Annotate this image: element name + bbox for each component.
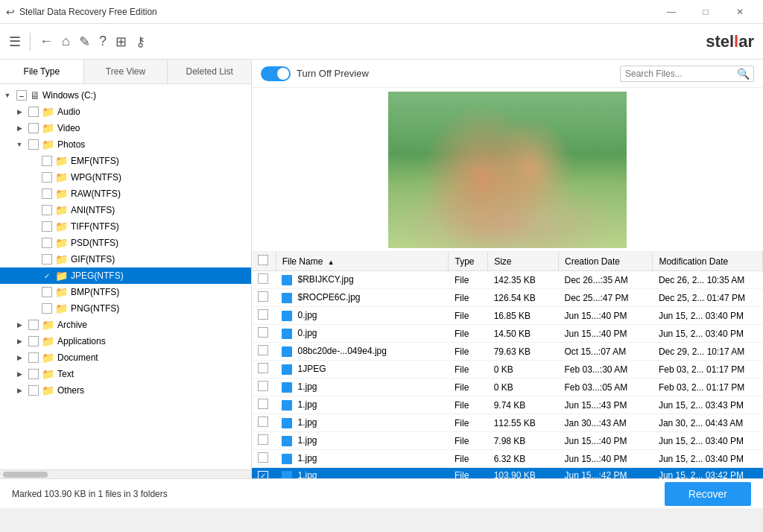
row-checkbox-cell[interactable] bbox=[252, 432, 276, 450]
search-input[interactable] bbox=[625, 69, 737, 79]
checkbox-audio[interactable] bbox=[28, 107, 39, 117]
minimize-button[interactable]: — bbox=[654, 0, 688, 24]
table-row[interactable]: ✓ 1.jpg File 103.90 KB Jun 15...:42 PM J… bbox=[252, 468, 763, 479]
tab-file-type[interactable]: File Type bbox=[0, 60, 84, 83]
back-icon[interactable]: ← bbox=[39, 34, 53, 49]
row-checkbox[interactable] bbox=[258, 399, 268, 409]
checkbox-emf[interactable] bbox=[42, 156, 52, 166]
col-header-size[interactable]: Size bbox=[488, 252, 559, 271]
table-row[interactable]: 0.jpg File 16.85 KB Jun 15...:40 PM Jun … bbox=[252, 307, 763, 325]
tree-item-video[interactable]: ▶ 📁 Video bbox=[0, 120, 251, 136]
table-row[interactable]: 1.jpg File 112.55 KB Jan 30...:43 AM Jan… bbox=[252, 414, 763, 432]
tree-toggle-others[interactable]: ▶ bbox=[13, 387, 25, 394]
checkbox-video[interactable] bbox=[28, 123, 39, 133]
table-row[interactable]: 0.jpg File 14.50 KB Jun 15...:40 PM Jun … bbox=[252, 325, 763, 343]
table-row[interactable]: 1.jpg File 9.74 KB Jun 15...:43 PM Jun 1… bbox=[252, 396, 763, 414]
menu-icon[interactable]: ☰ bbox=[9, 34, 21, 50]
row-checkbox-cell[interactable] bbox=[252, 396, 276, 414]
checkbox-raw[interactable] bbox=[42, 189, 52, 199]
col-header-modified[interactable]: Modification Date bbox=[653, 252, 763, 271]
row-checkbox-cell[interactable] bbox=[252, 343, 276, 361]
row-checkbox-cell[interactable] bbox=[252, 271, 276, 289]
checkbox-text[interactable] bbox=[28, 369, 39, 379]
tree-item-applications[interactable]: ▶ 📁 Applications bbox=[0, 333, 251, 349]
checkbox-psd[interactable] bbox=[42, 238, 52, 248]
tree-toggle-windows[interactable]: ▼ bbox=[1, 92, 13, 99]
tree-item-archive[interactable]: ▶ 📁 Archive bbox=[0, 317, 251, 333]
checkbox-gif[interactable] bbox=[42, 254, 52, 265]
help-icon[interactable]: ? bbox=[99, 34, 107, 49]
tree-item-png[interactable]: ▶ 📁 PNG(NTFS) bbox=[0, 300, 251, 317]
row-checkbox[interactable] bbox=[258, 417, 268, 427]
tree-item-text[interactable]: ▶ 📁 Text bbox=[0, 366, 251, 382]
checkbox-document[interactable] bbox=[28, 352, 39, 363]
checkbox-jpeg[interactable]: ✓ bbox=[42, 270, 52, 281]
checkbox-others[interactable] bbox=[28, 385, 39, 396]
row-checkbox[interactable] bbox=[258, 381, 268, 391]
row-checkbox[interactable]: ✓ bbox=[258, 471, 268, 478]
recover-button[interactable]: Recover bbox=[665, 482, 751, 506]
header-checkbox[interactable] bbox=[258, 255, 268, 265]
tree-toggle-archive[interactable]: ▶ bbox=[13, 321, 25, 329]
table-row[interactable]: 1JPEG File 0 KB Feb 03...:30 AM Feb 03, … bbox=[252, 361, 763, 379]
tree-item-photos[interactable]: ▼ 📁 Photos bbox=[0, 136, 251, 153]
close-button[interactable]: ✕ bbox=[723, 0, 757, 24]
row-checkbox-cell[interactable] bbox=[252, 379, 276, 396]
row-checkbox-cell[interactable] bbox=[252, 307, 276, 325]
table-row[interactable]: 08bc20de-...049e4.jpg File 79.63 KB Oct … bbox=[252, 343, 763, 361]
row-checkbox-cell[interactable] bbox=[252, 414, 276, 432]
table-row[interactable]: 1.jpg File 7.98 KB Jun 15...:40 PM Jun 1… bbox=[252, 432, 763, 450]
checkbox-photos[interactable] bbox=[28, 139, 39, 150]
checkbox-applications[interactable] bbox=[28, 336, 39, 346]
row-checkbox[interactable] bbox=[258, 452, 268, 463]
home-icon[interactable]: ⌂ bbox=[62, 34, 70, 49]
tree-toggle-video[interactable]: ▶ bbox=[13, 124, 25, 132]
tab-deleted-list[interactable]: Deleted List bbox=[168, 60, 251, 83]
tree-item-windows[interactable]: ▼ – 🖥 Windows (C:) bbox=[0, 87, 251, 104]
row-checkbox[interactable] bbox=[258, 309, 268, 320]
row-checkbox[interactable] bbox=[258, 273, 268, 284]
toggle-track[interactable] bbox=[261, 66, 291, 81]
row-checkbox[interactable] bbox=[258, 434, 268, 445]
row-checkbox-cell[interactable] bbox=[252, 289, 276, 307]
col-header-type[interactable]: Type bbox=[449, 252, 488, 271]
table-row[interactable]: $RBIJKCY.jpg File 142.35 KB Dec 26...:35… bbox=[252, 271, 763, 289]
checkbox-archive[interactable] bbox=[28, 320, 39, 330]
row-checkbox[interactable] bbox=[258, 291, 268, 302]
tree-item-document[interactable]: ▶ 📁 Document bbox=[0, 349, 251, 366]
search-box[interactable]: 🔍 bbox=[620, 66, 754, 82]
table-row[interactable]: 1.jpg File 0 KB Feb 03...:05 AM Feb 03, … bbox=[252, 379, 763, 396]
tree-toggle-applications[interactable]: ▶ bbox=[13, 338, 25, 345]
col-header-filename[interactable]: File Name ▲ bbox=[276, 252, 449, 271]
tree-item-others[interactable]: ▶ 📁 Others bbox=[0, 382, 251, 399]
tree-item-raw[interactable]: ▶ 📁 RAW(NTFS) bbox=[0, 186, 251, 202]
tab-tree-view[interactable]: Tree View bbox=[84, 60, 168, 83]
tree-item-bmp[interactable]: ▶ 📁 BMP(NTFS) bbox=[0, 284, 251, 300]
checkbox-ani[interactable] bbox=[42, 205, 52, 215]
tree-item-gif[interactable]: ▶ 📁 GIF(NTFS) bbox=[0, 251, 251, 267]
row-checkbox-cell[interactable] bbox=[252, 361, 276, 379]
maximize-button[interactable]: □ bbox=[688, 0, 723, 24]
file-table-container[interactable]: File Name ▲ Type Size Creation Date Modi… bbox=[252, 252, 763, 478]
tree-item-psd[interactable]: ▶ 📁 PSD(NTFS) bbox=[0, 235, 251, 251]
checkbox-wpg[interactable] bbox=[42, 172, 52, 183]
tree-item-emf[interactable]: ▶ 📁 EMF(NTFS) bbox=[0, 153, 251, 169]
tree-item-wpg[interactable]: ▶ 📁 WPG(NTFS) bbox=[0, 169, 251, 186]
row-checkbox-cell[interactable] bbox=[252, 450, 276, 468]
tree-toggle-audio[interactable]: ▶ bbox=[13, 108, 25, 115]
tree-toggle-photos[interactable]: ▼ bbox=[13, 141, 25, 148]
horizontal-scrollbar[interactable] bbox=[0, 469, 251, 478]
table-row[interactable]: 1.jpg File 6.32 KB Jun 15...:40 PM Jun 1… bbox=[252, 450, 763, 468]
checkbox-windows[interactable]: – bbox=[16, 90, 27, 101]
tree-toggle-document[interactable]: ▶ bbox=[13, 354, 25, 361]
tree-item-audio[interactable]: ▶ 📁 Audio bbox=[0, 104, 251, 120]
row-checkbox[interactable] bbox=[258, 363, 268, 373]
row-checkbox[interactable] bbox=[258, 345, 268, 355]
file-tree[interactable]: ▼ – 🖥 Windows (C:) ▶ 📁 Audio ▶ 📁 Video bbox=[0, 84, 251, 469]
edit-icon[interactable]: ✎ bbox=[79, 34, 90, 50]
tree-toggle-text[interactable]: ▶ bbox=[13, 370, 25, 378]
table-row[interactable]: $ROCPE6C.jpg File 126.54 KB Dec 25...:47… bbox=[252, 289, 763, 307]
tree-item-jpeg[interactable]: ▶ ✓ 📁 JPEG(NTFS) bbox=[0, 267, 251, 284]
row-checkbox[interactable] bbox=[258, 327, 268, 338]
col-header-creation[interactable]: Creation Date bbox=[558, 252, 652, 271]
